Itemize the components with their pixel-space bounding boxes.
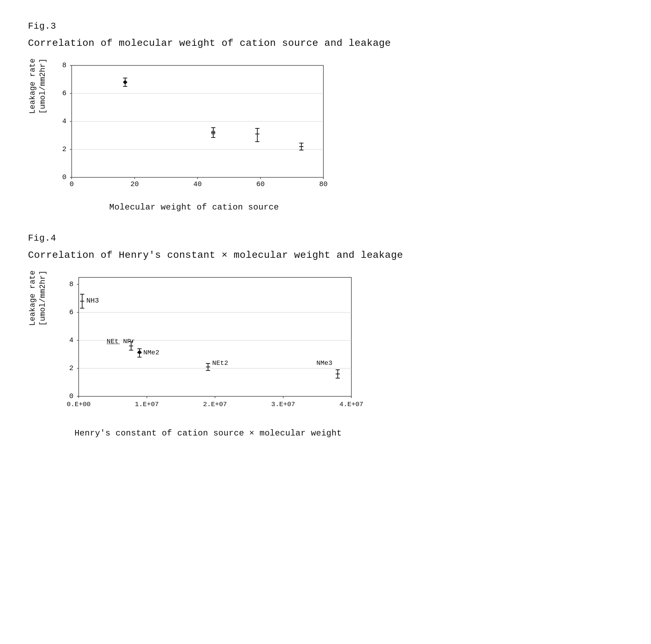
svg-text:40: 40 (193, 180, 202, 188)
fig3-chart-area: 0 2 4 6 8 0 20 40 (51, 58, 337, 212)
svg-text:0: 0 (69, 392, 73, 400)
svg-text:6: 6 (62, 89, 66, 97)
fig4-chart-container: Leakage rate[umol/mm2hr] 0 2 (28, 270, 623, 438)
svg-text:80: 80 (319, 180, 328, 188)
fig3-label: Fig.3 (28, 21, 623, 31)
fig4-label: Fig.4 (28, 233, 623, 243)
fig4-x-axis-label: Henry's constant of cation source × mole… (74, 429, 342, 438)
svg-text:NMe2: NMe2 (143, 349, 159, 356)
svg-text:4.E+07: 4.E+07 (339, 401, 363, 408)
svg-text:2: 2 (62, 145, 66, 153)
svg-text:2: 2 (69, 364, 73, 372)
fig3-title: Correlation of molecular weight of catio… (28, 38, 623, 49)
svg-text:8: 8 (69, 280, 73, 288)
fig3-section: Fig.3 Correlation of molecular weight of… (28, 21, 623, 212)
fig3-chart-container: Leakage rate[umol/mm2hr] 0 (28, 58, 623, 212)
svg-text:2.E+07: 2.E+07 (203, 401, 227, 408)
svg-text:3.E+07: 3.E+07 (271, 401, 295, 408)
svg-text:20: 20 (130, 180, 139, 188)
svg-text:NEt2: NEt2 (212, 359, 228, 367)
fig3-y-axis-label: Leakage rate[umol/mm2hr] (28, 58, 48, 114)
svg-rect-44 (79, 277, 351, 396)
svg-text:NPr: NPr (123, 338, 135, 345)
svg-text:4: 4 (69, 336, 73, 344)
svg-text:0: 0 (62, 173, 66, 181)
svg-text:NMe3: NMe3 (316, 359, 332, 367)
svg-text:0: 0 (70, 180, 74, 188)
svg-text:0.E+00: 0.E+00 (67, 401, 91, 408)
fig3-x-axis-label: Molecular weight of cation source (109, 203, 279, 212)
svg-text:NH3: NH3 (86, 297, 99, 305)
fig4-title: Correlation of Henry's constant × molecu… (28, 250, 623, 261)
fig4-section: Fig.4 Correlation of Henry's constant × … (28, 233, 623, 438)
fig4-chart-area: 0 2 4 6 8 0.E+00 1.E+07 2.E+07 3.E+07 (51, 270, 365, 438)
fig4-svg: 0 2 4 6 8 0.E+00 1.E+07 2.E+07 3.E+07 (51, 270, 365, 424)
svg-text:NEt: NEt (107, 338, 119, 345)
fig3-svg: 0 2 4 6 8 0 20 40 (51, 58, 337, 198)
svg-text:1.E+07: 1.E+07 (135, 401, 159, 408)
svg-text:4: 4 (62, 117, 66, 125)
svg-text:60: 60 (256, 180, 265, 188)
svg-text:6: 6 (69, 308, 73, 316)
svg-text:8: 8 (62, 61, 66, 69)
fig4-y-axis-label: Leakage rate[umol/mm2hr] (28, 270, 48, 326)
